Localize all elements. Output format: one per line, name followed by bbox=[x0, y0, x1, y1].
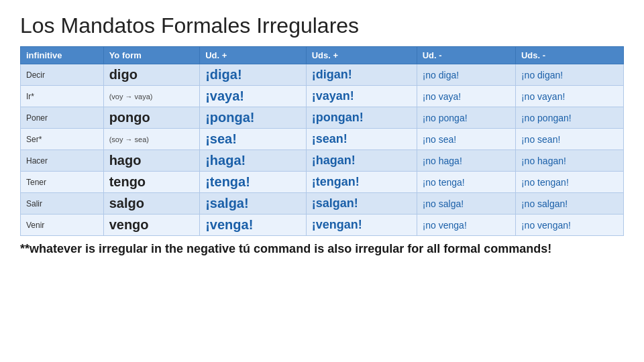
cell-ud-minus: ¡no haga! bbox=[417, 150, 515, 172]
cell-uds-minus: ¡no vayan! bbox=[515, 86, 623, 107]
header-infinitive: infinitive bbox=[21, 47, 104, 64]
cell-ud-plus: ¡salga! bbox=[200, 193, 307, 215]
cell-ud-minus: ¡no vaya! bbox=[417, 86, 515, 107]
cell-ud-plus: ¡tenga! bbox=[200, 172, 307, 193]
cell-ud-plus: ¡vaya! bbox=[200, 86, 307, 107]
cell-ud-plus: ¡sea! bbox=[200, 129, 307, 150]
cell-yo-form: vengo bbox=[103, 215, 200, 236]
table-row: Tenertengo¡tenga!¡tengan!¡no tenga!¡no t… bbox=[21, 172, 624, 193]
table-row: Ser*(soy → sea)¡sea!¡sean!¡no sea!¡no se… bbox=[21, 129, 624, 150]
cell-yo-form: hago bbox=[103, 150, 200, 172]
cell-yo-form: (voy → vaya) bbox=[103, 86, 200, 107]
table-row: Ponerpongo¡ponga!¡pongan!¡no ponga!¡no p… bbox=[21, 107, 624, 129]
table-row: Ir*(voy → vaya)¡vaya!¡vayan!¡no vaya!¡no… bbox=[21, 86, 624, 107]
cell-uds-plus: ¡pongan! bbox=[306, 107, 417, 129]
cell-ud-minus: ¡no salga! bbox=[417, 193, 515, 215]
cell-uds-minus: ¡no pongan! bbox=[515, 107, 623, 129]
cell-uds-minus: ¡no tengan! bbox=[515, 172, 623, 193]
cell-ud-minus: ¡no venga! bbox=[417, 215, 515, 236]
cell-uds-plus: ¡vayan! bbox=[306, 86, 417, 107]
cell-yo-form: pongo bbox=[103, 107, 200, 129]
cell-yo-form: tengo bbox=[103, 172, 200, 193]
table-row: Venirvengo¡venga!¡vengan!¡no venga!¡no v… bbox=[21, 215, 624, 236]
cell-yo-form: digo bbox=[103, 64, 200, 86]
cell-uds-minus: ¡no sean! bbox=[515, 129, 623, 150]
cell-ud-plus: ¡venga! bbox=[200, 215, 307, 236]
cell-ud-plus: ¡haga! bbox=[200, 150, 307, 172]
table-row: Hacerhago¡haga!¡hagan!¡no haga!¡no hagan… bbox=[21, 150, 624, 172]
cell-infinitive: Ir* bbox=[21, 86, 104, 107]
cell-uds-plus: ¡sean! bbox=[306, 129, 417, 150]
cell-ud-minus: ¡no tenga! bbox=[417, 172, 515, 193]
cell-infinitive: Ser* bbox=[21, 129, 104, 150]
cell-uds-plus: ¡vengan! bbox=[306, 215, 417, 236]
header-uds-plus: Uds. + bbox=[306, 47, 417, 64]
cell-ud-plus: ¡ponga! bbox=[200, 107, 307, 129]
cell-infinitive: Poner bbox=[21, 107, 104, 129]
page-title: Los Mandatos Formales Irregulares bbox=[20, 13, 624, 38]
table-row: Salirsalgo¡salga!¡salgan!¡no salga!¡no s… bbox=[21, 193, 624, 215]
cell-uds-plus: ¡salgan! bbox=[306, 193, 417, 215]
cell-uds-plus: ¡tengan! bbox=[306, 172, 417, 193]
cell-ud-minus: ¡no diga! bbox=[417, 64, 515, 86]
cell-ud-minus: ¡no ponga! bbox=[417, 107, 515, 129]
cell-ud-plus: ¡diga! bbox=[200, 64, 307, 86]
cell-ud-minus: ¡no sea! bbox=[417, 129, 515, 150]
cell-infinitive: Tener bbox=[21, 172, 104, 193]
cell-infinitive: Hacer bbox=[21, 150, 104, 172]
cell-uds-plus: ¡hagan! bbox=[306, 150, 417, 172]
cell-infinitive: Salir bbox=[21, 193, 104, 215]
cell-yo-form: salgo bbox=[103, 193, 200, 215]
cell-infinitive: Decir bbox=[21, 64, 104, 86]
cell-infinitive: Venir bbox=[21, 215, 104, 236]
cell-uds-minus: ¡no digan! bbox=[515, 64, 623, 86]
cell-uds-minus: ¡no vengan! bbox=[515, 215, 623, 236]
cell-uds-minus: ¡no salgan! bbox=[515, 193, 623, 215]
conjugation-table: infinitive Yo form Ud. + Uds. + Ud. - Ud… bbox=[20, 46, 624, 236]
cell-uds-plus: ¡digan! bbox=[306, 64, 417, 86]
footer-note: **whatever is irregular in the negative … bbox=[20, 241, 624, 257]
header-uds-minus: Uds. - bbox=[515, 47, 623, 64]
cell-yo-form: (soy → sea) bbox=[103, 129, 200, 150]
table-row: Decirdigo¡diga!¡digan!¡no diga!¡no digan… bbox=[21, 64, 624, 86]
cell-uds-minus: ¡no hagan! bbox=[515, 150, 623, 172]
header-ud-minus: Ud. - bbox=[417, 47, 515, 64]
header-yo-form: Yo form bbox=[103, 47, 200, 64]
header-ud-plus: Ud. + bbox=[200, 47, 307, 64]
